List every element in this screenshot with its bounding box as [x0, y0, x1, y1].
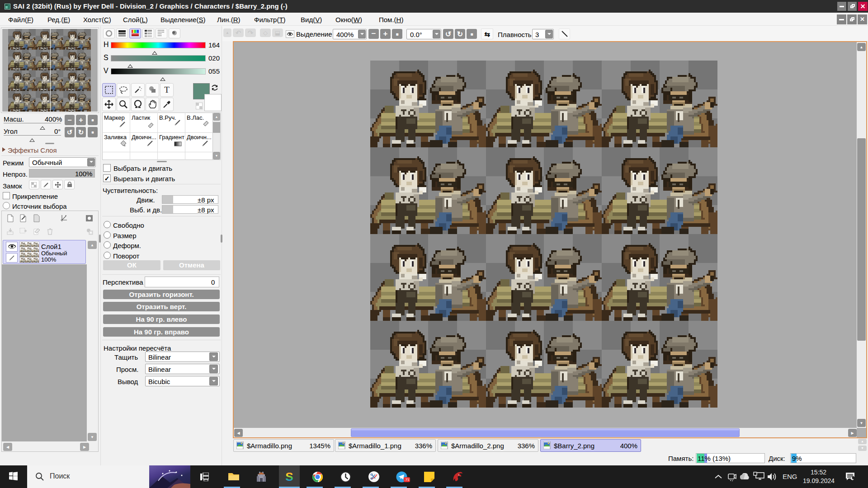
svg-text:S: S	[285, 471, 293, 483]
svg-text:T: T	[164, 85, 170, 94]
